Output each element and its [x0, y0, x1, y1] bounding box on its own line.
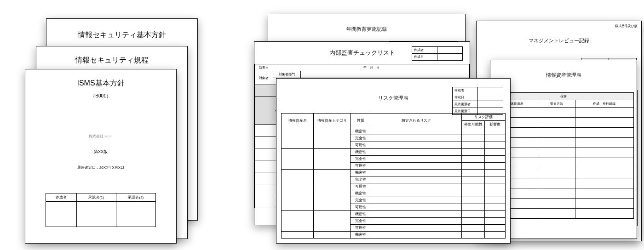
doc2-title: 情報セキュリティ規程: [36, 56, 187, 65]
sig-hdr-approver1: 承認者(1): [76, 193, 116, 202]
doc5-title: マネジメントレビュー記録: [477, 37, 641, 44]
doc-risk-mgmt: リスク管理表 作成者 作成日 最終更新者 最終更新日 情報資産名 情報資産カテゴ…: [276, 78, 511, 244]
risk-table: 情報資産名 情報資産カテゴリ 性質 想定されるリスク リスク評価 発生可能性 影…: [281, 113, 506, 239]
doc-info-asset-mgmt: 情報資産管理表 保管 媒体別資産 収集方法 作成・発行組織: [490, 60, 637, 239]
doc3-signature-table: 作成者 承認者(1) 承認者(2): [46, 193, 156, 227]
doc3-revised: 最終改定日：20XX年X月X日: [25, 165, 176, 170]
doc3-company: 株式会社○○○○: [25, 134, 176, 139]
doc4-title: 年間教育実施記録: [268, 26, 465, 33]
doc5-corner: 様式番号及び版: [615, 24, 638, 28]
sig-hdr-approver2: 承認者(2): [116, 193, 155, 202]
sig-hdr-author: 作成者: [46, 193, 77, 202]
doc1-title: 情報セキュリティ基本方針: [46, 30, 197, 40]
doc7-title: 情報資産管理表: [490, 72, 637, 79]
doc3-code: （B001）: [25, 93, 176, 99]
doc3-title: ISMS基本方針: [25, 79, 176, 88]
doc3-version: 第XX版: [25, 149, 176, 155]
doc-isms-basic-policy: ISMS基本方針 （B001） 株式会社○○○○ 第XX版 最終改定日：20XX…: [25, 69, 177, 244]
